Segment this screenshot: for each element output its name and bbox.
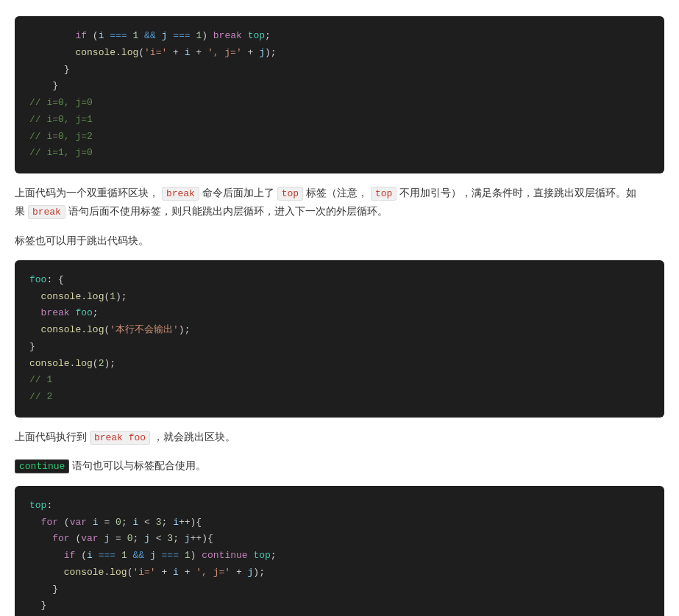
inline-code-break2: break [28, 205, 65, 219]
text-paragraph-1: 上面代码为一个双重循环区块， break 命令后面加上了 top 标签（注意， … [15, 184, 664, 221]
code-line: } [29, 598, 650, 615]
code-line: // i=1, j=0 [29, 145, 650, 162]
code-line: } [29, 78, 650, 95]
inline-code-top: top [277, 187, 303, 201]
code-line: if (i === 1 && j === 1) continue top; [29, 548, 650, 565]
code-line: } [29, 339, 650, 356]
code-line: } [29, 62, 650, 79]
inline-code-break: break [162, 187, 199, 201]
code-line: // 1 [29, 372, 650, 389]
code-line: // 2 [29, 389, 650, 406]
code-block-1: if (i === 1 && j === 1) break top; conso… [15, 16, 664, 173]
code-line: console.log('本行不会输出'); [29, 322, 650, 339]
code-line: top: [29, 498, 650, 515]
code-line: if (i === 1 && j === 1) break top; [29, 28, 650, 45]
code-block-2: foo: { console.log(1); break foo; consol… [15, 260, 664, 418]
code-line: for (var j = 0; j < 3; j++){ [29, 531, 650, 548]
code-line: } [29, 581, 650, 598]
code-line: console.log(1); [29, 289, 650, 306]
inline-code-continue: continue [15, 459, 69, 473]
page-container: if (i === 1 && j === 1) break top; conso… [0, 0, 679, 616]
inline-code-break-foo: break foo [90, 431, 150, 445]
text-paragraph-2: 标签也可以用于跳出代码块。 [15, 232, 664, 250]
text-paragraph-3: 上面代码执行到 break foo ，就会跳出区块。 [15, 428, 664, 446]
code-line: for (var i = 0; i < 3; i++){ [29, 515, 650, 531]
code-line: foo: { [29, 272, 650, 289]
code-line: console.log('i=' + i + ', j=' + j); [29, 45, 650, 62]
code-line: // i=0, j=0 [29, 95, 650, 112]
code-line: // i=0, j=2 [29, 129, 650, 146]
code-line: console.log('i=' + i + ', j=' + j); [29, 565, 650, 581]
code-line: // i=0, j=1 [29, 112, 650, 129]
code-line: break foo; [29, 305, 650, 322]
code-line: console.log(2); [29, 356, 650, 373]
code-block-3: top: for (var i = 0; i < 3; i++){ for (v… [15, 486, 664, 616]
inline-code-top2: top [371, 187, 397, 201]
text-paragraph-4: continue 语句也可以与标签配合使用。 [15, 456, 664, 475]
